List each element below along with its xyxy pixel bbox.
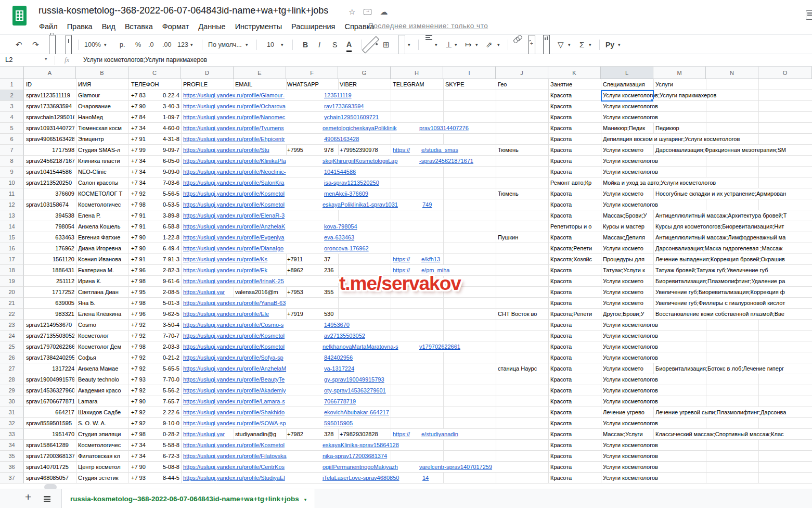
cell-text[interactable]: Филатовская кл [78,451,127,462]
cell-text[interactable]: 1717252 [52,287,74,298]
cell-text[interactable]: Красота [550,385,572,396]
cell-text[interactable]: Услуги косметологов [603,473,658,484]
select-all-corner[interactable] [0,67,24,79]
cell-text[interactable]: Студия эстетик [78,473,127,484]
font-size-select[interactable]: 10 [267,35,274,55]
cell-link[interactable]: https://uslugi.yandex.ru/profile/Lamara-… [183,396,285,407]
cell-link[interactable]: osmetologicheskayaPoliklinik [323,123,396,134]
decrease-decimals-button[interactable]: .0 [148,35,153,55]
cloud-status-icon[interactable]: ☁ [380,7,388,17]
cell-text[interactable]: Красота [550,232,572,243]
cell-text[interactable]: Шахидов Садбе [78,407,127,418]
cell-link[interactable]: eskayaPoliklinika1-sprav1031 [323,199,398,210]
cell-text[interactable]: 0-28-2 [163,429,179,440]
cell-text[interactable]: VIBER [340,79,357,90]
cell-text[interactable]: +7 96 [131,309,146,320]
cell-text[interactable]: Занятие [550,79,572,90]
cell-link[interactable]: https://uslugi.yandex.ru/profile/Kosmeto… [183,341,285,352]
cell-text[interactable]: +8962 [287,265,303,276]
cell-text[interactable]: 664217 [55,407,74,418]
cell-link[interactable]: rav1733693594 [324,101,364,112]
text-wrap-icon[interactable]: ↦ [465,35,472,55]
cell-link[interactable]: https:// [393,429,410,440]
cell-text[interactable]: Красота [550,451,572,462]
cell-link[interactable]: 1041544586 [324,167,356,177]
cell-text[interactable]: Дарсонвализация;Маска гидрогелевая ;Масс… [655,243,782,254]
cell-text[interactable]: Антицеллюлитный массаж;Архитектура брове… [655,210,787,221]
cell-text[interactable]: Депиляция воском и шугаринг;Услуги косме… [603,134,740,145]
cell-text[interactable]: Массаж;Брови;У [603,210,652,221]
cell-text[interactable]: Педикюр [655,123,679,134]
cell-link[interactable]: https://uslugi.yandex.ru/profile/ElenaR-… [183,210,285,221]
cell-text[interactable]: 530 [324,309,333,320]
cell-text[interactable]: Красота [550,188,572,199]
input-tools-caret-icon[interactable]: ▾ [618,35,621,55]
cell-text[interactable]: 376609 [55,188,74,199]
redo-icon[interactable]: ↷ [32,35,39,55]
cell-text[interactable]: 5-56-2 [163,385,179,396]
cell-text[interactable]: sprav1733693594 [26,101,74,112]
cell-text[interactable]: Красота [550,156,572,167]
cell-text[interactable]: 3-89-8 [163,210,179,221]
cell-text[interactable]: 2-82-3 [163,265,179,276]
cell-text[interactable]: sprav158641289 [26,440,74,451]
cell-text[interactable]: Центр косметол [78,462,127,473]
cell-text[interactable]: 9-62-5 [163,309,179,320]
cell-text[interactable]: Услуги космето [603,287,652,298]
cell-text[interactable]: 3-50-4 [163,320,179,331]
formula-input[interactable]: Услуги косметологов;Услуги парикмахеров [83,56,207,63]
row-header-5[interactable]: 5 [0,123,24,134]
cell-text[interactable]: Массаж;Услуги [603,429,652,440]
cell-text[interactable]: 251112 [56,276,74,287]
vertical-align-caret-icon[interactable]: ▾ [455,35,457,55]
cell-link[interactable]: https://uslugi.yandex.ru/profile/Stu [183,145,285,156]
cell-text[interactable]: Красота [550,90,572,101]
cell-text[interactable]: Студия SMAS-л [78,145,127,156]
cell-link[interactable]: ychain129501609721 [324,112,379,123]
cell-text[interactable]: +7 92 [131,385,146,396]
cell-text[interactable]: Красота [550,101,572,112]
row-header-35[interactable]: 35 [0,451,24,462]
cell-text[interactable]: sprav1214953670 [26,320,74,331]
row-header-29[interactable]: 29 [0,385,24,396]
cell-text[interactable]: +7 92 [131,320,146,331]
cell-text[interactable]: Косметологичес [78,440,127,451]
cell-link[interactable]: https://uslugi.yar [183,429,233,440]
cell-text[interactable]: sprav49065163428 [26,134,74,145]
cell-text[interactable]: SKYPE [445,79,465,90]
cell-text[interactable]: Салон красоты [78,177,127,188]
cell-text[interactable]: 7-91-3 [163,254,179,265]
cell-link[interactable]: e/kfh13 [421,254,440,265]
cell-text[interactable]: 9-09-0 [163,167,179,177]
cell-link[interactable]: av27135503052 [324,331,365,341]
fill-color-icon[interactable] [362,36,379,53]
menu-item-8[interactable]: Расширения [287,21,340,32]
strikethrough-button[interactable]: S [332,35,337,55]
cell-text[interactable]: 0-21-2 [163,352,179,363]
cell-text[interactable]: Услуги косметологов [603,352,658,363]
cell-text[interactable]: Красота [550,473,572,484]
currency-format-button[interactable]: р. [120,35,125,55]
cell-link[interactable]: https://uslugi.yandex.ru/profile/Sofya-s… [183,352,283,363]
cell-link[interactable]: 595015905 [324,418,353,429]
row-header-11[interactable]: 11 [0,188,24,199]
cell-text[interactable]: 0-22-4 [163,90,179,101]
cell-text[interactable]: sprav1123511119 [26,90,74,101]
paint-format-icon[interactable] [66,35,72,55]
menu-item-3[interactable]: Вид [97,21,120,32]
row-header-19[interactable]: 19 [0,276,24,287]
cell-text[interactable]: +7 95 [131,287,146,298]
cell-text[interactable]: sprav1041544586 [26,167,74,177]
cell-link[interactable]: 14 [422,473,429,484]
cell-link[interactable]: https://uslugi.yandex.ru/profile/Kosmeto… [183,440,285,451]
row-header-21[interactable]: 21 [0,298,24,309]
cell-link[interactable]: va-1317224 [324,363,354,374]
cell-text[interactable]: Услуги косметологов [603,440,658,451]
cell-text[interactable]: TELEGRAM [393,79,424,90]
cell-link[interactable]: v179702622661 [419,341,460,352]
cell-link[interactable]: https://uslugi.yandex.ru/profile/Cosmo-s [183,320,283,331]
column-header-G[interactable]: G [338,67,391,79]
cell-text[interactable]: Услуги космето [603,243,652,254]
cell-text[interactable]: Красота [550,123,572,134]
cell-text[interactable]: +7 92 [131,331,146,341]
